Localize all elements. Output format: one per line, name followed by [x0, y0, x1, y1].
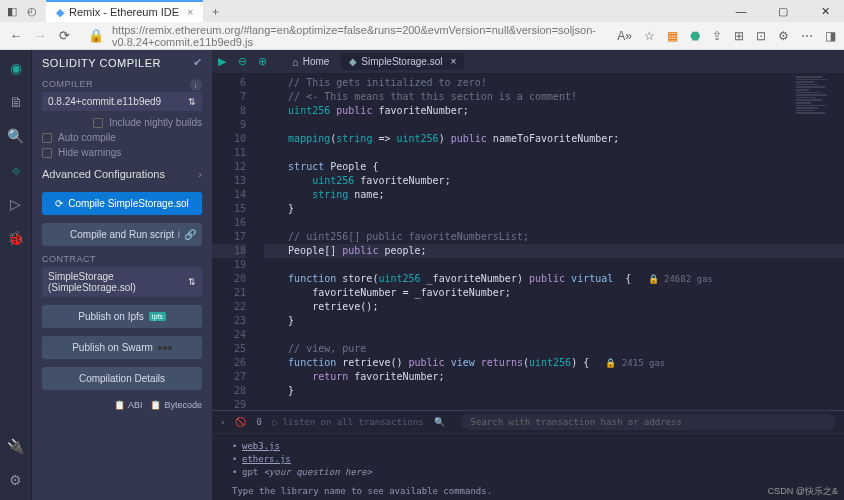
share-icon[interactable]: ⇪	[712, 29, 722, 43]
close-icon[interactable]: ×	[451, 56, 457, 67]
compiler-label: COMPILER i	[42, 79, 202, 89]
minimap[interactable]	[796, 76, 840, 176]
terminal-hint: Type the library name to see available c…	[232, 485, 824, 498]
ipfs-badge-icon: ipfs	[149, 312, 166, 321]
icon-sidebar: ◉ 🗎 🔍 ⟐ ▷ 🐞 🔌 ⚙	[0, 50, 32, 500]
terminal-toggle-icon[interactable]: ›	[220, 417, 225, 427]
advanced-config-section[interactable]: Advanced Configurations ›	[32, 160, 212, 188]
terminal-search-input[interactable]: Search with transaction hash or address	[461, 414, 836, 430]
contract-select[interactable]: SimpleStorage (SimpleStorage.sol) ⇅	[42, 267, 202, 297]
lib-link: web3.js	[242, 440, 280, 453]
url-bar: ← → ⟳ 🔒 https://remix.ethereum.org/#lang…	[0, 22, 844, 50]
hide-warnings-checkbox[interactable]: Hide warnings	[32, 145, 212, 160]
compiler-icon[interactable]: ⟐	[4, 158, 28, 182]
code-content[interactable]: // This gets initialized to zero! // <- …	[256, 74, 844, 410]
compile-run-button[interactable]: Compile and Run script i🔗	[42, 223, 202, 246]
link-icon[interactable]: 🔗	[184, 229, 196, 240]
ext1-icon[interactable]: ▦	[667, 29, 678, 43]
favorite-icon[interactable]: ☆	[644, 29, 655, 43]
maximize-button[interactable]: ▢	[768, 5, 798, 18]
settings-icon[interactable]: ⚙	[4, 468, 28, 492]
info-icon[interactable]: i	[178, 229, 180, 240]
abi-link[interactable]: 📋 ABI	[114, 400, 143, 410]
file-tab[interactable]: ◆ SimpleStorage.sol ×	[341, 53, 464, 70]
extensions-icon[interactable]: ⊡	[756, 29, 766, 43]
code-editor[interactable]: 6789101112131415161718192021222324252627…	[212, 74, 844, 410]
url-text[interactable]: https://remix.ethereum.org/#lang=en&opti…	[112, 24, 609, 48]
home-tab[interactable]: ⌂ Home	[284, 53, 337, 71]
debugger-icon[interactable]: 🐞	[4, 226, 28, 250]
forward-button[interactable]: →	[32, 28, 48, 43]
compilation-details-button[interactable]: Compilation Details	[42, 367, 202, 390]
close-icon[interactable]: ×	[187, 6, 193, 18]
refresh-icon: ⟳	[55, 198, 63, 209]
chevron-down-icon: ⇅	[188, 97, 196, 107]
editor-toolbar: ▶ ⊖ ⊕ ⌂ Home ◆ SimpleStorage.sol ×	[212, 50, 844, 74]
compiler-panel: SOLIDITY COMPILER ✔ COMPILER i 0.8.24+co…	[32, 50, 212, 500]
home-icon: ⌂	[292, 56, 299, 68]
panel-title: SOLIDITY COMPILER ✔	[32, 50, 212, 75]
publish-swarm-button[interactable]: Publish on Swarm	[42, 336, 202, 359]
read-aloud-icon[interactable]: A»	[617, 29, 632, 43]
bytecode-link[interactable]: 📋 Bytecode	[150, 400, 202, 410]
nightly-checkbox[interactable]: Include nightly builds	[32, 115, 212, 130]
collections-icon[interactable]: ⊞	[734, 29, 744, 43]
plugin-icon[interactable]: 🔌	[4, 434, 28, 458]
lib-link: ethers.js	[242, 453, 291, 466]
solidity-file-icon: ◆	[349, 56, 357, 67]
auto-compile-checkbox[interactable]: Auto compile	[32, 130, 212, 145]
tab-title: Remix - Ethereum IDE	[69, 6, 179, 18]
history-icon[interactable]: ◴	[24, 3, 40, 19]
transaction-count: 0	[256, 417, 261, 427]
chevron-right-icon: ›	[198, 168, 202, 180]
editor-area: ▶ ⊖ ⊕ ⌂ Home ◆ SimpleStorage.sol × 67891…	[212, 50, 844, 500]
deploy-icon[interactable]: ▷	[4, 192, 28, 216]
zoom-out-icon[interactable]: ⊖	[238, 55, 252, 68]
minimize-button[interactable]: —	[726, 5, 756, 18]
workspace-icon[interactable]: ◧	[4, 3, 20, 19]
more-icon[interactable]: ⋯	[801, 29, 813, 43]
chevron-down-icon: ⇅	[188, 277, 196, 287]
publish-ipfs-button[interactable]: Publish on Ipfs ipfs	[42, 305, 202, 328]
info-icon[interactable]: i	[190, 79, 202, 91]
tab-favicon: ◆	[56, 6, 64, 19]
contract-label: CONTRACT	[42, 254, 202, 264]
swarm-badge-icon	[158, 346, 172, 350]
file-explorer-icon[interactable]: 🗎	[4, 90, 28, 114]
line-gutter: 6789101112131415161718192021222324252627…	[212, 74, 256, 410]
listen-toggle[interactable]: ◯ listen on all transactions	[272, 417, 424, 427]
browser-tab[interactable]: ◆ Remix - Ethereum IDE ×	[46, 0, 203, 22]
browser-titlebar: ◧ ◴ ◆ Remix - Ethereum IDE × ＋ — ▢ ✕	[0, 0, 844, 22]
close-window-button[interactable]: ✕	[810, 5, 840, 18]
terminal-panel: › 🚫 0 ◯ listen on all transactions 🔍 Sea…	[212, 410, 844, 500]
new-tab-button[interactable]: ＋	[207, 3, 223, 19]
terminal-output[interactable]: •web3.js •ethers.js •gpt <your question …	[212, 434, 844, 500]
compiler-version-select[interactable]: 0.8.24+commit.e11b9ed9 ⇅	[42, 92, 202, 111]
run-icon[interactable]: ▶	[218, 55, 232, 68]
zoom-in-icon[interactable]: ⊕	[258, 55, 272, 68]
sidebar-icon[interactable]: ◨	[825, 29, 836, 43]
logo-icon[interactable]: ◉	[4, 56, 28, 80]
term-search-icon[interactable]: 🔍	[434, 417, 445, 427]
performance-icon[interactable]: ⚙	[778, 29, 789, 43]
compile-button[interactable]: ⟳ Compile SimpleStorage.sol	[42, 192, 202, 215]
clear-icon[interactable]: 🚫	[235, 417, 246, 427]
refresh-button[interactable]: ⟳	[56, 28, 72, 43]
search-icon[interactable]: 🔍	[4, 124, 28, 148]
ext2-icon[interactable]: ⬣	[690, 29, 700, 43]
back-button[interactable]: ←	[8, 28, 24, 43]
verified-icon: ✔	[193, 56, 203, 69]
watermark: CSDN @快乐之&	[768, 485, 838, 498]
lock-icon: 🔒	[88, 28, 104, 43]
